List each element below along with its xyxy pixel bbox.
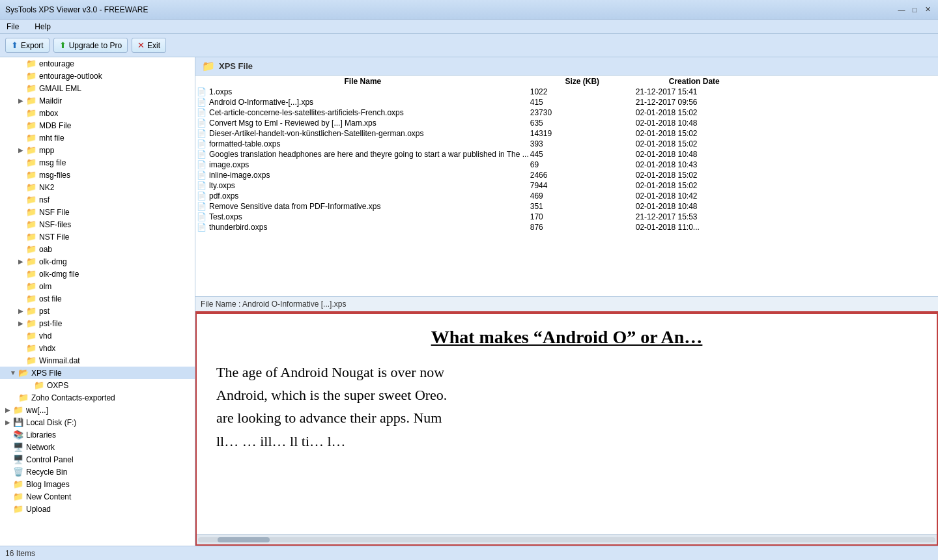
sidebar-item-label: nsf xyxy=(39,195,50,204)
close-button[interactable]: ✕ xyxy=(922,5,933,15)
file-date: 02-01-2018 10:48 xyxy=(636,202,753,211)
folder-icon: 📁 xyxy=(26,71,36,81)
sidebar-item[interactable]: 📁olk-dmg file xyxy=(0,268,195,280)
exit-button[interactable]: ✕ Exit xyxy=(132,38,166,53)
table-row[interactable]: 📄thunderbird.oxps87602-01-2018 11:0... xyxy=(197,223,753,232)
file-name: pdf.oxps xyxy=(209,191,238,201)
table-row[interactable]: 📄image.oxps6902-01-2018 10:43 xyxy=(197,160,753,169)
sidebar-item-label: Winmail.dat xyxy=(39,356,80,365)
table-row[interactable]: 📄Dieser-Artikel-handelt-von-künstlichen-… xyxy=(197,129,753,138)
sidebar-item[interactable]: 📁mht file xyxy=(0,132,195,144)
sidebar-item[interactable]: ▶💾Local Disk (F:) xyxy=(0,416,195,428)
sidebar-item[interactable]: 📁OXPS xyxy=(0,379,195,391)
exit-label: Exit xyxy=(147,41,160,50)
folder-icon: 📁 xyxy=(13,405,23,415)
app-title: SysTools XPS Viewer v3.0 - FREEWARE xyxy=(5,5,148,14)
folder-icon: 📁 xyxy=(26,356,36,365)
menu-help[interactable]: Help xyxy=(32,21,53,33)
sidebar-item[interactable]: 📁NST File xyxy=(0,231,195,243)
table-row[interactable]: 📄Googles translation headphones are here… xyxy=(197,150,753,159)
sidebar-item[interactable]: 📁Blog Images xyxy=(0,478,195,490)
folder-icon: 📁 xyxy=(26,269,36,279)
sidebar-item[interactable]: 📁vhd xyxy=(0,329,195,342)
sidebar-item[interactable]: 📁Winmail.dat xyxy=(0,354,195,367)
export-button[interactable]: ⬆ Export xyxy=(5,38,50,53)
sidebar-item-label: XPS File xyxy=(31,369,62,378)
folder-icon: 📁 xyxy=(26,83,36,93)
sidebar-item[interactable]: 📁msg-files xyxy=(0,169,195,181)
sidebar-item[interactable]: 📁NSF File xyxy=(0,206,195,218)
sidebar-item[interactable]: ▶📁mpp xyxy=(0,144,195,156)
file-name: Remove Sensitive data from PDF-Informati… xyxy=(209,202,380,211)
sidebar-item[interactable]: 🗑️Recycle Bin xyxy=(0,466,195,478)
sidebar-item-label: Maildir xyxy=(39,96,62,105)
table-row[interactable]: 📄Remove Sensitive data from PDF-Informat… xyxy=(197,202,753,211)
file-size: 876 xyxy=(530,223,634,232)
preview-content: What makes “Android O” or An… The age of… xyxy=(197,314,937,534)
sidebar-item[interactable]: 📁NSF-files xyxy=(0,218,195,231)
table-row[interactable]: 📄pdf.oxps46902-01-2018 10:42 xyxy=(197,191,753,201)
sidebar-item[interactable]: 📁entourage-outlook xyxy=(0,70,195,82)
table-header-row: File Name Size (KB) Creation Date xyxy=(197,77,753,86)
preview-pane: What makes “Android O” or An… The age of… xyxy=(195,313,938,546)
file-name: Android O-Informative-[...].xps xyxy=(209,98,313,107)
table-row[interactable]: 📄inline-image.oxps246602-01-2018 15:02 xyxy=(197,171,753,180)
sidebar-item[interactable]: 📁mbox xyxy=(0,107,195,119)
sidebar-item[interactable]: ▶📁Maildir xyxy=(0,94,195,107)
sidebar-item[interactable]: ▼📂XPS File xyxy=(0,367,195,379)
sidebar-item[interactable]: 📁vhdx xyxy=(0,342,195,354)
title-bar: SysTools XPS Viewer v3.0 - FREEWARE — □ … xyxy=(0,0,938,20)
content-pane: 📁 XPS File File Name Size (KB) Creation … xyxy=(195,57,938,546)
sidebar-item[interactable]: ▶📁pst-file xyxy=(0,317,195,329)
file-name: Googles translation headphones are here … xyxy=(209,150,529,159)
file-date: 02-01-2018 15:02 xyxy=(636,171,753,180)
sidebar-item[interactable]: 📁MDB File xyxy=(0,119,195,132)
folder-icon: 📁 xyxy=(26,96,36,105)
sidebar-item[interactable]: 📁GMAIL EML xyxy=(0,82,195,94)
sidebar-item-label: vhd xyxy=(39,331,51,341)
sidebar-item[interactable]: 📁New Content xyxy=(0,490,195,503)
sidebar-item[interactable]: 🖥️Network xyxy=(0,441,195,453)
table-row[interactable]: 📄Cet-article-concerne-les-satellites-art… xyxy=(197,108,753,117)
scroll-track xyxy=(198,537,935,542)
menu-file[interactable]: File xyxy=(4,21,21,33)
file-date: 21-12-2017 09:56 xyxy=(636,98,753,107)
table-row[interactable]: 📄Android O-Informative-[...].xps41521-12… xyxy=(197,98,753,107)
folder-icon: 📁 xyxy=(26,170,36,180)
table-row[interactable]: 📄1.oxps102221-12-2017 15:41 xyxy=(197,87,753,96)
sidebar-item[interactable]: ▶📁ww[...] xyxy=(0,404,195,416)
sidebar-item-label: ww[...] xyxy=(26,406,48,415)
file-list[interactable]: File Name Size (KB) Creation Date 📄1.oxp… xyxy=(195,76,938,296)
sidebar-item[interactable]: 📁entourage xyxy=(0,57,195,70)
sidebar-item[interactable]: 📁ost file xyxy=(0,292,195,305)
sidebar-item[interactable]: 📁NK2 xyxy=(0,181,195,193)
sidebar-item-label: GMAIL EML xyxy=(39,84,81,93)
sidebar-item[interactable]: 📚Libraries xyxy=(0,428,195,441)
sidebar-item[interactable]: 🖥️Control Panel xyxy=(0,453,195,466)
file-icon: 📄 xyxy=(197,212,206,221)
table-row[interactable]: 📄lty.oxps794402-01-2018 15:02 xyxy=(197,181,753,190)
sidebar-item[interactable]: ▶📁olk-dmg xyxy=(0,255,195,268)
table-row[interactable]: 📄Convert Msg to Eml - Reviewed by [...] … xyxy=(197,119,753,128)
sidebar[interactable]: 📁entourage 📁entourage-outlook 📁GMAIL EML… xyxy=(0,57,195,546)
sidebar-item-label: Libraries xyxy=(26,430,56,440)
horizontal-scrollbar[interactable] xyxy=(197,534,937,544)
xps-header: 📁 XPS File xyxy=(195,57,938,76)
sidebar-item[interactable]: 📁olm xyxy=(0,280,195,292)
maximize-button[interactable]: □ xyxy=(909,5,920,15)
sidebar-item[interactable]: 📁msg file xyxy=(0,156,195,169)
upgrade-button[interactable]: ⬆ Upgrade to Pro xyxy=(53,38,128,53)
sidebar-item[interactable]: 📁Upload xyxy=(0,503,195,515)
file-size: 445 xyxy=(530,150,634,159)
table-row[interactable]: 📄formatted-table.oxps39302-01-2018 15:02 xyxy=(197,139,753,148)
sidebar-item[interactable]: 📁Zoho Contacts-exported xyxy=(0,391,195,404)
sidebar-item[interactable]: 📁nsf xyxy=(0,193,195,206)
sidebar-item[interactable]: 📁oab xyxy=(0,243,195,255)
sidebar-item[interactable]: ▶📁pst xyxy=(0,305,195,317)
file-name: inline-image.oxps xyxy=(209,171,270,180)
scroll-thumb[interactable] xyxy=(218,537,270,542)
sidebar-item-label: MDB File xyxy=(39,121,71,130)
table-row[interactable]: 📄Test.oxps17021-12-2017 15:53 xyxy=(197,212,753,221)
minimize-button[interactable]: — xyxy=(896,5,907,15)
folder-icon: 📁 xyxy=(13,492,23,501)
